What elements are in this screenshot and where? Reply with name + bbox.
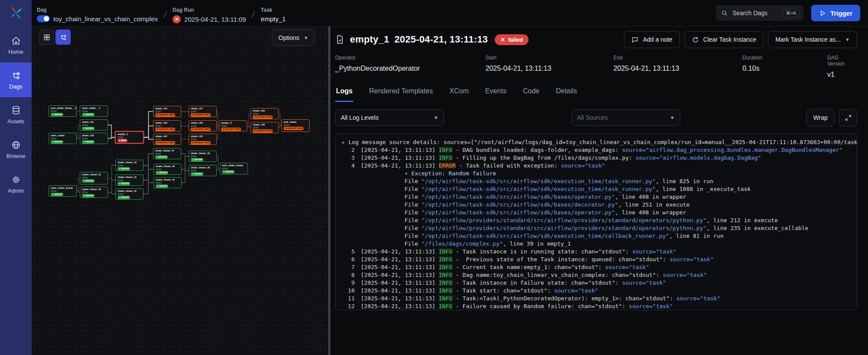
graph-node-chain_linear_t0[interactable]: chain_linear_t0@Task✓ success: [80, 187, 108, 198]
log-source-link[interactable]: source="task": [554, 287, 598, 294]
log-level-select[interactable]: All Log Levels ▼: [335, 109, 444, 126]
graph-node-end_chain_linear[interactable]: end_chain_linear@Task✓ success: [220, 163, 248, 174]
search-dags-input[interactable]: Search Dags ⌘+K: [716, 5, 803, 21]
graph-node-end_chain[interactable]: end_chain@Task⊘ upstream_failed: [281, 119, 310, 132]
node-task-type: @Task: [253, 113, 277, 115]
tab-code[interactable]: Code: [522, 87, 540, 102]
log-source-link[interactable]: "/opt/airflow/task-sdk/src/airflow/sdk/e…: [421, 178, 656, 184]
graph-view-button[interactable]: [55, 30, 71, 45]
log-source-link[interactable]: source="airflow.models.dagbag.DagBag": [636, 154, 761, 161]
log-text: INFO: [439, 248, 452, 255]
graph-node-end_chain_linear__1[interactable]: end_chain_linear__1@Task✓ success: [49, 105, 77, 117]
log-source-link[interactable]: source="airflow.dag_processing.bundles.m…: [622, 147, 843, 153]
log-source-link[interactable]: "/opt/airflow/task-sdk/src/airflow/sdk/e…: [421, 233, 669, 239]
tab-details[interactable]: Details: [555, 87, 578, 102]
log-line-number: 7: [342, 263, 355, 271]
graph-node-chain_linear_t2[interactable]: chain_linear_t2@Task✓ success: [115, 188, 144, 200]
clear-task-instance-button[interactable]: Clear Task Instance: [684, 31, 764, 48]
graph-node-chain_linear_t8[interactable]: chain_linear_t8@Task✓ success: [189, 165, 217, 176]
graph-node-chain_t17[interactable]: chain_t17@Task⊘ upstream_failed: [189, 106, 217, 117]
task-name[interactable]: empty_1: [261, 15, 286, 23]
log-source-link[interactable]: source="task": [622, 279, 666, 286]
dag-name-link[interactable]: toy_chain_linear_vs_chain_complex: [53, 15, 158, 23]
log-line-number: 5: [342, 248, 355, 256]
node-state-pill: ✓ success: [222, 170, 235, 174]
tab-logs[interactable]: Logs: [335, 87, 353, 102]
fullscreen-button[interactable]: [839, 109, 857, 126]
log-source-link[interactable]: source="task": [605, 264, 649, 270]
graph-node-start_chain_linear[interactable]: start_chain_linear@Task✓ success: [49, 185, 77, 197]
log-source-link[interactable]: source="task": [663, 272, 707, 278]
graph-node-chain_t13[interactable]: chain_t13@Task⊘ upstream_failed: [153, 120, 181, 131]
graph-node-chain_linear_t4[interactable]: chain_linear_t4@Task✓ success: [115, 160, 144, 171]
log-viewer[interactable]: ▸ Log message source details: sources=["…: [335, 133, 857, 310]
wrap-button[interactable]: Wrap: [806, 109, 835, 126]
tab-rendered-templates[interactable]: Rendered Templates: [368, 87, 434, 102]
graph-node-chain_t14[interactable]: chain_t14@Task⊘ upstream_failed: [153, 106, 181, 117]
log-collapse-toggle[interactable]: ▾: [405, 170, 411, 177]
tab-events[interactable]: Events: [484, 87, 507, 102]
log-source-link[interactable]: "/files/dags/complex.py": [421, 240, 503, 247]
graph-edge: [77, 191, 80, 192]
graph-node-empty_2[interactable]: empty_2@Task⊘ upstream_failed: [219, 120, 247, 131]
log-source-link[interactable]: source="task": [632, 248, 676, 255]
sidebar-item-assets[interactable]: Assets: [0, 97, 32, 132]
graph-node-chain_t19[interactable]: chain_t19@Task⊘ upstream_failed: [251, 108, 279, 119]
log-source-link[interactable]: "/opt/airflow/providers/standard/src/air…: [421, 217, 706, 224]
trigger-button[interactable]: Trigger: [811, 5, 860, 21]
tab-xcom[interactable]: XCom: [449, 87, 470, 102]
dag-label: Dag: [37, 7, 158, 13]
log-collapse-toggle[interactable]: ▸: [342, 139, 349, 145]
expand-icon: [845, 114, 852, 122]
log-line-number: [342, 185, 355, 193]
graph-node-chain_linear_t1[interactable]: chain_linear_t1@Task✓ success: [80, 172, 108, 184]
node-task-type: @Task: [51, 110, 75, 112]
airflow-logo[interactable]: [0, 0, 32, 26]
graph-node-chain_linear_t6[interactable]: chain_linear_t6@Task✓ success: [153, 164, 182, 175]
log-text: [2025-04-21, 13:11:13]: [361, 272, 439, 278]
graph-node-chain_t16[interactable]: chain_t16@Task⊘ upstream_failed: [189, 120, 217, 131]
graph-node-chain_t12[interactable]: chain_t12@Task⊘ upstream_failed: [153, 134, 181, 145]
grid-view-button[interactable]: [39, 30, 54, 45]
sidebar-item-dags[interactable]: Dags: [0, 62, 32, 97]
graph-icon: [59, 33, 67, 41]
node-state-pill: ✓ success: [156, 171, 168, 174]
log-line: 3[2025-04-21, 13:11:13] INFO - Filling u…: [342, 154, 851, 162]
log-source-link[interactable]: source="task": [676, 295, 721, 302]
log-source-link[interactable]: source="task": [561, 162, 605, 169]
graph-edge: [144, 154, 153, 165]
log-source-link[interactable]: "/opt/airflow/task-sdk/src/airflow/sdk/b…: [421, 201, 618, 208]
graph-node-empty_1[interactable]: empty_1@Task✕ failed: [115, 131, 144, 144]
graph-node-chain_linear_t5[interactable]: chain_linear_t5@Task✓ success: [153, 177, 182, 188]
sidebar-item-admin[interactable]: Admin: [0, 167, 32, 201]
graph-node-chain_linear_t9[interactable]: chain_linear_t9@Task✓ success: [189, 151, 217, 162]
log-text: File: [405, 233, 421, 239]
node-task-type: @Task: [253, 127, 277, 129]
log-source-link[interactable]: source="task": [629, 303, 673, 309]
log-source-link[interactable]: "/opt/airflow/task-sdk/src/airflow/sdk/e…: [421, 186, 656, 192]
log-source-link[interactable]: "/opt/airflow/task-sdk/src/airflow/sdk/b…: [421, 194, 615, 200]
log-line: File "/opt/airflow/task-sdk/src/airflow/…: [342, 232, 851, 240]
graph-node-start_chain__1[interactable]: start_chain__1@Task✓ success: [80, 105, 108, 117]
log-source-link[interactable]: "/opt/airflow/providers/standard/src/air…: [421, 225, 706, 231]
graph-node-start_chain[interactable]: start_chain@Task✓ success: [49, 133, 77, 144]
node-state-pill: ⊘ upstream_failed: [253, 129, 273, 133]
mark-task-instance-as-button[interactable]: Mark Task Instance as... ▼: [768, 31, 857, 48]
sidebar-item-browse[interactable]: Browse: [0, 132, 32, 167]
graph-node-chain_linear_t7[interactable]: chain_linear_t7@Task✓ success: [153, 148, 181, 159]
dag-run-link[interactable]: 2025-04-21, 13:11:09: [184, 16, 246, 23]
graph-node-chain_linear_t3[interactable]: chain_linear_t3@Task✓ success: [115, 174, 144, 186]
graph-node-chain_t18[interactable]: chain_t18@Task⊘ upstream_failed: [251, 122, 279, 133]
dag-pause-toggle[interactable]: [37, 15, 50, 22]
graph-node-chain_t11[interactable]: chain_t11@Task✓ success: [80, 119, 108, 131]
graph-node-chain_t15[interactable]: chain_t15@Task⊘ upstream_failed: [189, 134, 217, 145]
log-source-select[interactable]: All Sources ▼: [571, 109, 680, 126]
graph-node-chain_t10[interactable]: chain_t10@Task✓ success: [80, 133, 108, 144]
log-source-link[interactable]: "/opt/airflow/task-sdk/src/airflow/sdk/b…: [421, 209, 615, 216]
log-line-number: 3: [342, 154, 355, 162]
log-source-link[interactable]: source="task": [669, 256, 714, 263]
graph-options-button[interactable]: Options ▼: [272, 29, 315, 46]
sidebar-item-home[interactable]: Home: [0, 28, 32, 62]
node-title: start_chain: [51, 134, 75, 137]
add-note-button[interactable]: Add a note: [624, 31, 680, 48]
